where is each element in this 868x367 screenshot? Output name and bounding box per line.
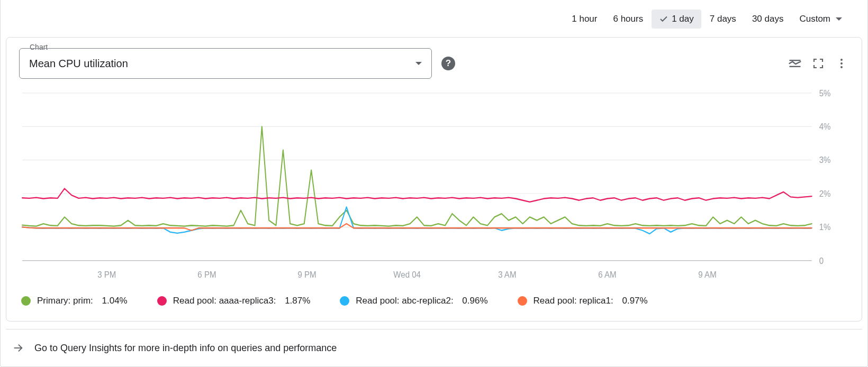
help-icon[interactable]: ? xyxy=(441,57,455,70)
time-range-30-days[interactable]: 30 days xyxy=(745,10,791,29)
legend-dot-icon xyxy=(518,296,527,306)
arrow-right-icon xyxy=(12,342,24,354)
time-range-7-days[interactable]: 7 days xyxy=(702,10,744,29)
svg-text:6 PM: 6 PM xyxy=(197,269,216,279)
more-options-icon[interactable] xyxy=(834,56,849,71)
chart-select-value: Mean CPU utilization xyxy=(29,58,128,70)
legend-value: 0.97% xyxy=(622,296,647,306)
chart-actions xyxy=(788,56,849,71)
legend-value: 1.87% xyxy=(285,296,310,306)
time-range-selector: 1 hour6 hours1 day7 days30 daysCustom xyxy=(6,5,862,37)
time-range-1-hour[interactable]: 1 hour xyxy=(564,10,604,29)
chevron-down-icon xyxy=(415,62,422,65)
legend-dot-icon xyxy=(157,296,167,306)
svg-text:9 AM: 9 AM xyxy=(698,269,716,279)
svg-text:1%: 1% xyxy=(819,222,831,232)
svg-point-3 xyxy=(840,62,843,65)
legend-item[interactable]: Primary: prim: 1.04% xyxy=(21,296,128,306)
time-range-custom[interactable]: Custom xyxy=(792,10,849,29)
chart-select-field[interactable]: Mean CPU utilization xyxy=(19,48,432,79)
time-range-1-day[interactable]: 1 day xyxy=(652,10,701,29)
metrics-panel: 1 hour6 hours1 day7 days30 daysCustom Ch… xyxy=(0,0,868,367)
svg-text:5%: 5% xyxy=(819,89,831,98)
legend-label: Read pool: aaaa-replica3: xyxy=(173,296,278,306)
legend-item[interactable]: Read pool: aaaa-replica3: 1.87% xyxy=(157,296,311,306)
chart-plot-area[interactable]: 01%2%3%4%5%3 PM6 PM9 PMWed 043 AM6 AM9 A… xyxy=(19,89,849,285)
svg-text:Wed 04: Wed 04 xyxy=(393,269,421,279)
query-insights-link[interactable]: Go to Query Insights for more in-depth i… xyxy=(6,329,862,366)
chart-select-wrap: Chart Mean CPU utilization ? xyxy=(19,48,455,79)
chart-card-header: Chart Mean CPU utilization ? xyxy=(19,48,849,79)
chart-type-select[interactable]: Chart Mean CPU utilization xyxy=(19,48,432,79)
svg-text:2%: 2% xyxy=(819,188,831,198)
legend-label: Read pool: abc-replica2: xyxy=(356,296,456,306)
legend-value: 1.04% xyxy=(102,296,128,306)
legend-dot-icon xyxy=(21,296,31,306)
legend-label: Read pool: replica1: xyxy=(534,296,616,306)
svg-text:6 AM: 6 AM xyxy=(598,269,616,279)
fullscreen-icon[interactable] xyxy=(811,56,826,71)
svg-text:3%: 3% xyxy=(819,154,831,164)
legend-item[interactable]: Read pool: abc-replica2: 0.96% xyxy=(340,296,487,306)
query-insights-text: Go to Query Insights for more in-depth i… xyxy=(34,343,337,354)
chart-legend: Primary: prim: 1.04%Read pool: aaaa-repl… xyxy=(19,285,849,308)
svg-text:3 AM: 3 AM xyxy=(498,269,516,279)
legend-value: 0.96% xyxy=(462,296,487,306)
legend-item[interactable]: Read pool: replica1: 0.97% xyxy=(518,296,648,306)
svg-text:9 PM: 9 PM xyxy=(297,269,316,279)
svg-text:4%: 4% xyxy=(819,121,831,131)
svg-point-4 xyxy=(840,66,843,68)
svg-text:0: 0 xyxy=(819,255,824,265)
chevron-down-icon xyxy=(836,17,842,21)
svg-point-2 xyxy=(840,59,843,61)
svg-text:3 PM: 3 PM xyxy=(97,269,116,279)
legend-label: Primary: prim: xyxy=(37,296,96,306)
legend-dot-icon xyxy=(340,296,349,306)
time-range-6-hours[interactable]: 6 hours xyxy=(605,10,650,29)
legend-toggle-icon[interactable] xyxy=(788,56,802,71)
chart-card: Chart Mean CPU utilization ? xyxy=(6,37,862,322)
